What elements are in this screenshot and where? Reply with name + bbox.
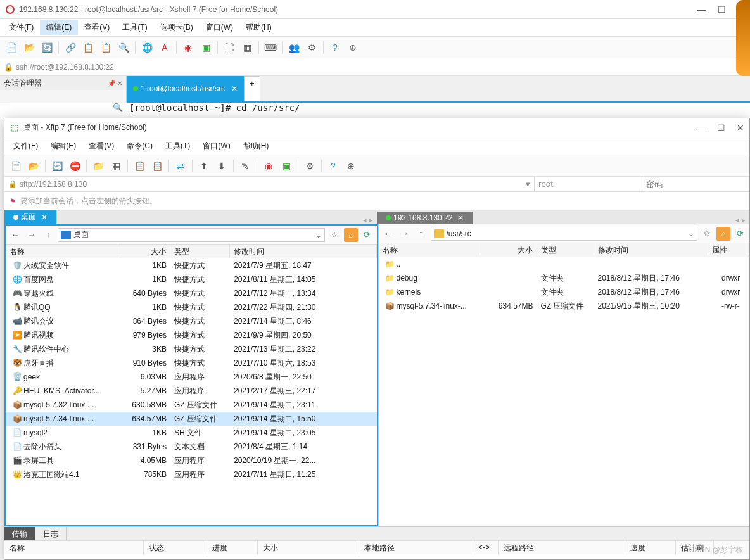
new-folder-icon[interactable]: 📁: [91, 158, 106, 174]
sync-icon[interactable]: ⇄: [173, 158, 188, 174]
tab-close-icon[interactable]: ✕: [231, 84, 238, 93]
bookmark-icon[interactable]: ☆: [700, 227, 714, 241]
users-icon[interactable]: 👥: [286, 40, 302, 55]
view-icon[interactable]: ▦: [108, 158, 124, 174]
column-header[interactable]: 状态: [144, 541, 207, 554]
list-item[interactable]: 📦mysql-5.7.34-linux-...634.57MBGZ 压缩文件20…: [6, 412, 377, 426]
red-circle-icon[interactable]: ◉: [181, 40, 196, 55]
gear-icon[interactable]: ⚙: [304, 40, 319, 55]
list-item[interactable]: 🌐百度网盘1KB快捷方式2021/8/11 星期三, 14:05: [6, 272, 377, 286]
help-icon[interactable]: ?: [326, 158, 341, 174]
paste-icon[interactable]: 📋: [98, 40, 113, 55]
back-button[interactable]: ←: [381, 227, 395, 241]
list-item[interactable]: 🗑️geek6.03MB应用程序2020/6/8 星期一, 22:50: [6, 370, 377, 384]
menu-item[interactable]: 文件(F): [7, 138, 44, 154]
new-session-icon[interactable]: 📄: [8, 158, 23, 174]
xshell-address-input[interactable]: [16, 63, 737, 72]
menu-item[interactable]: 编辑(E): [40, 20, 78, 35]
terminal-prompt[interactable]: [root@localhost ~]# cd /usr/src/: [127, 103, 750, 115]
list-item[interactable]: 📦mysql-5.7.32-linux-...630.58MBGZ 压缩文件20…: [6, 398, 377, 412]
open-icon[interactable]: 📂: [22, 40, 37, 55]
menu-item[interactable]: 帮助(H): [237, 138, 276, 154]
menu-item[interactable]: 窗口(W): [200, 20, 239, 35]
refresh-icon[interactable]: ⟳: [733, 227, 747, 241]
column-header[interactable]: 大小: [258, 541, 359, 554]
green-sq-icon[interactable]: ▣: [198, 40, 213, 55]
close-icon[interactable]: ✕: [457, 213, 464, 222]
ssh-icon[interactable]: 🔗: [63, 40, 78, 55]
list-item[interactable]: 📹腾讯会议864 Bytes快捷方式2021/7/14 星期三, 8:46: [6, 314, 377, 328]
local-file-list[interactable]: 🛡️火绒安全软件1KB快捷方式2021/7/9 星期五, 18:47🌐百度网盘1…: [6, 258, 377, 525]
menu-item[interactable]: 帮助(H): [239, 20, 278, 35]
menu-item[interactable]: 工具(T): [159, 138, 196, 154]
column-header[interactable]: 进度: [207, 541, 258, 554]
list-item[interactable]: 📁kernels文件夹2018/8/12 星期日, 17:46drwxr: [379, 285, 750, 299]
list-item[interactable]: 👑洛克王国微端4.1785KB应用程序2021/7/11 星期日, 11:25: [6, 468, 377, 481]
bottom-tab[interactable]: 日志: [35, 527, 67, 540]
menu-item[interactable]: 工具(T): [116, 20, 153, 35]
list-item[interactable]: 📄mysql21KBSH 文件2021/9/14 星期二, 23:05: [6, 426, 377, 440]
close-button[interactable]: ✕: [737, 123, 744, 133]
xshell-tab-active[interactable]: 1 root@localhost:/usr/src ✕: [127, 76, 244, 101]
open-folder-icon[interactable]: 📂: [26, 158, 41, 174]
maximize-button[interactable]: ☐: [717, 123, 725, 133]
local-path-input[interactable]: 桌面 ⌄: [58, 228, 325, 242]
send-icon[interactable]: ⊕: [345, 40, 360, 55]
close-icon[interactable]: ✕: [41, 213, 48, 222]
fullscreen-icon[interactable]: ⛶: [222, 40, 237, 55]
gear-icon[interactable]: ⚙: [302, 158, 317, 174]
layout-icon[interactable]: ▦: [239, 40, 255, 55]
column-header[interactable]: 本地路径: [359, 541, 473, 554]
up-button[interactable]: ↑: [414, 227, 428, 241]
local-tab[interactable]: 桌面 ✕: [4, 210, 57, 224]
search-icon[interactable]: 🔍: [116, 40, 131, 55]
list-item[interactable]: 🎬录屏工具4.05MB应用程序2020/10/19 星期一, 22...: [6, 454, 377, 468]
upload-icon[interactable]: ⬆: [196, 158, 212, 174]
list-item[interactable]: 🎮穿越火线640 Bytes快捷方式2021/7/12 星期一, 13:34: [6, 286, 377, 300]
edit-icon[interactable]: ✎: [238, 158, 253, 174]
menu-item[interactable]: 查看(V): [82, 138, 120, 154]
paste-icon[interactable]: 📋: [149, 158, 165, 174]
copy-icon[interactable]: 📋: [132, 158, 147, 174]
column-header[interactable]: 速度: [625, 541, 676, 554]
menu-item[interactable]: 选项卡(B): [154, 20, 200, 35]
user-input[interactable]: [538, 179, 638, 189]
reconnect-icon[interactable]: 🔄: [49, 158, 65, 174]
home-icon[interactable]: ⌂: [716, 227, 730, 241]
column-header[interactable]: 名称: [4, 541, 144, 554]
remote-file-list[interactable]: 📁..📁debug文件夹2018/8/12 星期日, 17:46drwxr📁ke…: [379, 257, 750, 526]
local-list-header[interactable]: 名称 大小 类型 修改时间: [6, 245, 377, 258]
list-item[interactable]: 📁debug文件夹2018/8/12 星期日, 17:46drwxr: [379, 271, 750, 285]
menu-item[interactable]: 查看(V): [78, 20, 116, 35]
forward-button[interactable]: →: [398, 227, 412, 241]
new-icon[interactable]: 📄: [4, 40, 19, 55]
menu-item[interactable]: 编辑(E): [44, 138, 82, 154]
red-circle-icon[interactable]: ◉: [261, 158, 276, 174]
menu-item[interactable]: 文件(F): [3, 20, 40, 35]
list-item[interactable]: 🐯虎牙直播910 Bytes快捷方式2021/7/10 星期六, 18:53: [6, 356, 377, 370]
remote-list-header[interactable]: 名称 大小 类型 修改时间 属性: [379, 243, 750, 257]
remote-path-input[interactable]: /usr/src ⌄: [431, 227, 698, 241]
minimize-button[interactable]: —: [697, 123, 706, 133]
maximize-button[interactable]: ☐: [718, 4, 726, 15]
tab-nav[interactable]: ◂▸: [732, 216, 749, 224]
list-item[interactable]: 📦mysql-5.7.34-linux-...634.57MBGZ 压缩文件20…: [379, 299, 750, 313]
up-button[interactable]: ↑: [41, 228, 55, 242]
list-item[interactable]: 🔧腾讯软件中心3KB快捷方式2021/7/13 星期二, 23:22: [6, 342, 377, 356]
reconnect-icon[interactable]: 🔄: [39, 40, 54, 55]
home-icon[interactable]: ⌂: [344, 228, 358, 242]
tab-nav[interactable]: ◂▸: [359, 216, 377, 224]
xftp-address-input[interactable]: [20, 180, 526, 189]
dropdown-icon[interactable]: ▾: [526, 179, 530, 189]
dropdown-icon[interactable]: ⌄: [315, 231, 322, 239]
copy-icon[interactable]: 📋: [80, 40, 96, 55]
remote-tab[interactable]: 192.168.8.130:22 ✕: [377, 212, 473, 224]
minimize-button[interactable]: —: [697, 4, 706, 15]
list-item[interactable]: 📁..: [379, 257, 750, 271]
bottom-tab[interactable]: 传输: [4, 527, 35, 540]
menu-item[interactable]: 命令(C): [120, 138, 159, 154]
globe-icon[interactable]: 🌐: [139, 40, 155, 55]
keyboard-icon[interactable]: ⌨: [263, 40, 278, 55]
list-item[interactable]: 🐧腾讯QQ1KB快捷方式2021/7/22 星期四, 21:30: [6, 300, 377, 314]
new-tab-button[interactable]: +: [244, 76, 260, 101]
